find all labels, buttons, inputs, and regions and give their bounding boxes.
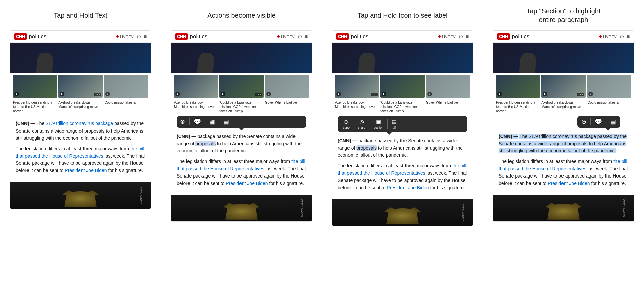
all-icon-3: ▤ [392,119,397,125]
cnn-bold-1: (CNN) — [16,121,35,126]
cnn-header-2: CNN politics LIVE TV ⊙ ≡ [171,31,312,43]
caption-4-3: 'Could missio takes a [587,100,631,113]
cnn-logo-1: CNN [14,33,27,40]
thumb-2-1[interactable]: ▶ [174,75,218,98]
live-tv-4: LIVE TV [599,35,617,39]
cnn-bold-4: (CNN) — [499,134,518,139]
tooltip-wrapper-2: ⊛ 💬 ▦ ▤ [171,116,312,129]
bottom-image-2: GETTY IMAGES [171,195,312,221]
article-4: (CNN) — The $1.9 trillion coronavirus pa… [493,129,634,195]
p2-text-1: The legislation differs in at least thre… [16,146,130,151]
header-right-2: LIVE TV ⊙ ≡ [277,33,308,40]
tooltip-layers-icon-2[interactable]: ⊛ [180,118,185,125]
link-biden-3[interactable]: President Joe Biden [387,185,429,190]
header-right-1: LIVE TV ⊙ ≡ [116,33,147,40]
user-icon-1[interactable]: ⊙ [137,33,141,40]
menu-icon-4[interactable]: ≡ [627,34,630,40]
p2-text-4: The legislation differs in at least thre… [499,159,613,164]
cnn-logo-4: CNN [497,33,510,40]
article-p2-3: The legislation differs in at least thre… [338,162,467,192]
tooltip-copy-btn-3[interactable]: ⊙ copy [340,117,352,131]
tooltip-list-icon-2[interactable]: ▤ [223,118,229,125]
live-dot-3 [438,35,441,38]
p2-end-4: for his signature. [591,181,626,186]
play-icon-3-2: ▶ [382,92,386,96]
user-icon-4[interactable]: ⊙ [620,33,624,40]
link-biden-2[interactable]: President Joe Biden [226,181,268,186]
phone-frame-3: CNN politics LIVE TV ⊙ ≡ ▶ [332,30,473,226]
article-p2-1: The legislation differs in at least thre… [16,145,145,174]
tooltip-sep-2-3 [370,119,370,129]
captions-row-2: Axelrod breaks down Manchin's surprising… [171,100,312,116]
cnn-section-2: politics [190,34,208,40]
image-credit-3: GETTY IMAGES [461,204,464,221]
tooltip-sep-3-2 [219,118,219,125]
cnn-logo-3: CNN [336,33,349,40]
cnn-section-1: politics [29,34,47,40]
menu-icon-2[interactable]: ≡ [305,34,308,40]
thumb-1-1[interactable]: ▶ [13,75,57,98]
thumb-2-3[interactable]: ▶ [265,75,309,98]
tooltip-chat-icon-2[interactable]: 💬 [194,118,201,125]
user-icon-2[interactable]: ⊙ [298,33,302,40]
image-credit-2: GETTY IMAGES [300,199,303,217]
chat-icon-4[interactable]: 💬 [595,118,602,125]
user-icon-3[interactable]: ⊙ [459,33,463,40]
menu-icon-3[interactable]: ≡ [466,34,469,40]
tooltip-all-btn-3[interactable]: ▤ all [389,117,399,131]
link-biden-1[interactable]: President Joe Biden [65,168,107,173]
link-biden-4[interactable]: President Joe Biden [548,181,590,186]
hero-dark-3 [332,43,473,73]
p2-end-3: for his signature. [430,185,465,190]
tooltip-sep-1-3 [354,119,354,129]
tooltip-labeled-3: ⊙ copy ◎ share ▣ section ▤ [338,116,467,132]
article-p1-2: (CNN) — package passed by the Senate con… [177,133,306,155]
link-coronavirus-1[interactable]: $1.9 trillion coronavirus package [46,121,113,126]
menu-icon-1[interactable]: ≡ [144,34,147,40]
column-4: Tap "Section" to highlightentire paragra… [483,7,644,226]
caption-2-1: Axelrod breaks down Manchin's surprising… [174,100,218,113]
thumb-4-1[interactable]: ▶ [496,75,540,98]
thumb-1-3[interactable]: ▶ [104,75,148,98]
play-icon-3-3: ▶ [427,92,432,96]
thumb-1-2[interactable]: ▶ 02:1 [58,75,102,98]
column-2: Actions become visible CNN politics LIVE… [161,7,322,226]
thumb-4-2[interactable]: ▶ 02:1 [541,75,585,98]
bottom-image-3: GETTY IMAGES [332,199,473,226]
list-icon-4[interactable]: ▤ [610,118,616,125]
caption-2-3: Gover Why re bad be [265,100,309,113]
caption-3-2: 'Could be a kamikaze mission': GOP lawma… [380,100,424,113]
tooltip-section-btn-3[interactable]: ▣ section [371,117,386,131]
cnn-bold-2: (CNN) — [177,134,196,139]
live-tv-3: LIVE TV [438,35,456,39]
bottom-image-4: GETTY IMAGES [493,195,634,221]
hero-image-2 [171,43,312,73]
thumb-3-3[interactable]: ▶ [426,75,470,98]
phone-frame-1: CNN politics LIVE TV ⊙ ≡ ▶ [10,30,151,209]
layers-icon-4[interactable]: ⊛ [581,118,586,125]
tooltip-grid-icon-2[interactable]: ▦ [209,118,215,125]
play-icon-1-1: ▶ [14,92,19,96]
tooltip-menu-2: ⊛ 💬 ▦ ▤ [177,116,306,128]
cnn-header-3: CNN politics LIVE TV ⊙ ≡ [332,31,473,43]
thumb-3-1[interactable]: ▶ 02:1 [335,75,379,98]
p2-text-2: The legislation differs in at least thre… [177,159,291,164]
hero-image-3 [332,43,473,73]
live-tv-1: LIVE TV [116,35,134,39]
thumb-2-2[interactable]: ▶ 02:1 [219,75,263,98]
image-credit-4: GETTY IMAGES [622,199,625,217]
caption-1-2: Axelrod breaks down Manchin's surprising… [58,100,102,113]
caption-3-3: Gover Why re bad be [426,100,470,113]
play-icon-1-2: ▶ [60,92,64,96]
thumb-time-1-2: 02:1 [94,93,101,96]
captions-row-4: President Biden sending a team to the US… [493,100,634,116]
cnn-header-4: CNN politics LIVE TV ⊙ ≡ [493,31,634,43]
play-icon-4-2: ▶ [543,92,547,96]
article-p2-4: The legislation differs in at least thre… [499,158,628,187]
thumb-4-3[interactable]: ▶ [587,75,631,98]
tooltip-share-btn-3[interactable]: ◎ share [355,117,368,131]
image-credit-1: GETTY IMAGES [139,187,142,204]
column-1-title: Tap and Hold Text [54,7,107,24]
thumb-3-2[interactable]: ▶ [380,75,424,98]
section-label-3: section [374,126,384,129]
